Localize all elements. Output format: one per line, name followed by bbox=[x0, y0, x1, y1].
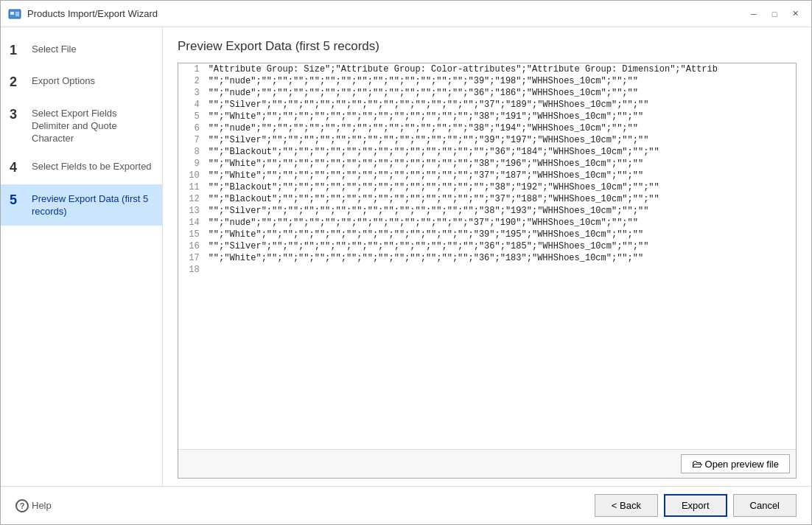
minimize-button[interactable]: ─ bbox=[745, 7, 763, 21]
line-content bbox=[206, 264, 796, 276]
line-number: 13 bbox=[178, 205, 206, 217]
line-content: "";"Blackout";"";"";"";"";"";"";"";"";""… bbox=[206, 146, 796, 158]
preview-line: 12"";"Blackout";"";"";"";"";"";"";"";"";… bbox=[178, 193, 796, 205]
line-content: "";"White";"";"";"";"";"";"";"";"";"";""… bbox=[206, 158, 796, 170]
export-button[interactable]: Export bbox=[664, 494, 727, 517]
sidebar-label-select-fields: Select Fields to be Exported bbox=[32, 159, 152, 173]
window-title: Products Import/Export Wizard bbox=[27, 8, 745, 19]
preview-line: 9"";"White";"";"";"";"";"";"";"";"";"";"… bbox=[178, 158, 796, 170]
preview-lines: 1"Attribute Group: Size";"Attribute Grou… bbox=[178, 63, 796, 276]
close-button[interactable]: ✕ bbox=[786, 7, 804, 21]
line-content: "";"nude";"";"";"";"";"";"";"";"";"";"";… bbox=[206, 217, 796, 229]
line-number: 2 bbox=[178, 75, 206, 87]
sidebar-label-preview: Preview Export Data (first 5 records) bbox=[32, 192, 153, 218]
sidebar-label-select-file: Select File bbox=[32, 42, 77, 56]
line-content: "";"nude";"";"";"";"";"";"";"";"";"";"";… bbox=[206, 87, 796, 99]
sidebar: 1 Select File 2 Export Options 3 Select … bbox=[1, 27, 163, 486]
main-content: 1 Select File 2 Export Options 3 Select … bbox=[1, 27, 811, 486]
preview-line: 17"";"White";"";"";"";"";"";"";"";"";"";… bbox=[178, 252, 796, 264]
preview-scroll-container[interactable]: 1"Attribute Group: Size";"Attribute Grou… bbox=[178, 63, 796, 449]
preview-line: 2"";"nude";"";"";"";"";"";"";"";"";"";""… bbox=[178, 75, 796, 87]
line-content: "";"Silver";"";"";"";"";"";"";"";"";"";"… bbox=[206, 99, 796, 111]
preview-footer: 🗁 Open preview file bbox=[178, 449, 796, 478]
cancel-button[interactable]: Cancel bbox=[733, 494, 797, 517]
line-content: "";"Blackout";"";"";"";"";"";"";"";"";""… bbox=[206, 193, 796, 205]
line-number: 16 bbox=[178, 240, 206, 252]
folder-icon: 🗁 bbox=[692, 458, 702, 470]
sidebar-item-select-file[interactable]: 1 Select File bbox=[1, 35, 162, 66]
open-preview-button[interactable]: 🗁 Open preview file bbox=[681, 454, 790, 473]
line-content: "";"nude";"";"";"";"";"";"";"";"";"";"";… bbox=[206, 122, 796, 134]
sidebar-label-delimiter: Select Export Fields Delimiter and Quote… bbox=[32, 106, 153, 145]
app-icon bbox=[8, 7, 21, 21]
sidebar-item-export-options[interactable]: 2 Export Options bbox=[1, 66, 162, 98]
maximize-button[interactable]: □ bbox=[766, 7, 783, 21]
line-number: 11 bbox=[178, 181, 206, 193]
sidebar-item-preview[interactable]: 5 Preview Export Data (first 5 records) bbox=[1, 184, 162, 226]
step-number-3: 3 bbox=[10, 106, 24, 123]
line-number: 10 bbox=[178, 170, 206, 181]
sidebar-label-export-options: Export Options bbox=[32, 74, 95, 88]
window-controls: ─ □ ✕ bbox=[745, 7, 804, 21]
preview-area: 1"Attribute Group: Size";"Attribute Grou… bbox=[178, 63, 797, 479]
line-number: 5 bbox=[178, 111, 206, 122]
preview-line: 16"";"Silver";"";"";"";"";"";"";"";"";""… bbox=[178, 240, 796, 252]
preview-line: 8"";"Blackout";"";"";"";"";"";"";"";"";"… bbox=[178, 146, 796, 158]
line-content: "";"White";"";"";"";"";"";"";"";"";"";""… bbox=[206, 252, 796, 264]
line-number: 15 bbox=[178, 229, 206, 240]
line-number: 14 bbox=[178, 217, 206, 229]
line-content: "";"Silver";"";"";"";"";"";"";"";"";"";"… bbox=[206, 240, 796, 252]
sidebar-item-select-fields[interactable]: 4 Select Fields to be Exported bbox=[1, 152, 162, 184]
line-number: 4 bbox=[178, 99, 206, 111]
line-number: 8 bbox=[178, 146, 206, 158]
step-number-4: 4 bbox=[10, 159, 24, 176]
preview-line: 13"";"Silver";"";"";"";"";"";"";"";"";""… bbox=[178, 205, 796, 217]
right-panel: Preview Export Data (first 5 records) 1"… bbox=[163, 27, 811, 486]
preview-line: 14"";"nude";"";"";"";"";"";"";"";"";"";"… bbox=[178, 217, 796, 229]
preview-line: 10"";"White";"";"";"";"";"";"";"";"";"";… bbox=[178, 170, 796, 181]
line-number: 3 bbox=[178, 87, 206, 99]
preview-line: 18 bbox=[178, 264, 796, 276]
sidebar-item-delimiter[interactable]: 3 Select Export Fields Delimiter and Quo… bbox=[1, 99, 162, 153]
line-content: "";"Blackout";"";"";"";"";"";"";"";"";""… bbox=[206, 181, 796, 193]
bottom-buttons: < Back Export Cancel bbox=[595, 494, 797, 517]
line-number: 6 bbox=[178, 122, 206, 134]
step-number-5: 5 bbox=[10, 192, 24, 209]
preview-line: 5"";"White";"";"";"";"";"";"";"";"";"";"… bbox=[178, 111, 796, 122]
step-number-2: 2 bbox=[10, 74, 24, 91]
line-number: 7 bbox=[178, 134, 206, 146]
line-number: 17 bbox=[178, 252, 206, 264]
preview-line: 6"";"nude";"";"";"";"";"";"";"";"";"";""… bbox=[178, 122, 796, 134]
preview-line: 1"Attribute Group: Size";"Attribute Grou… bbox=[178, 63, 796, 75]
line-number: 18 bbox=[178, 264, 206, 276]
line-content: "";"White";"";"";"";"";"";"";"";"";"";""… bbox=[206, 229, 796, 240]
back-button[interactable]: < Back bbox=[595, 494, 658, 517]
bottom-bar: ? Help < Back Export Cancel bbox=[1, 486, 811, 524]
line-content: "Attribute Group: Size";"Attribute Group… bbox=[206, 63, 796, 75]
line-content: "";"Silver";"";"";"";"";"";"";"";"";"";"… bbox=[206, 205, 796, 217]
line-number: 12 bbox=[178, 193, 206, 205]
title-bar: Products Import/Export Wizard ─ □ ✕ bbox=[1, 1, 811, 27]
line-content: "";"Silver";"";"";"";"";"";"";"";"";"";"… bbox=[206, 134, 796, 146]
main-window: Products Import/Export Wizard ─ □ ✕ 1 Se… bbox=[0, 0, 812, 525]
preview-line: 11"";"Blackout";"";"";"";"";"";"";"";"";… bbox=[178, 181, 796, 193]
help-label: Help bbox=[32, 500, 52, 511]
preview-line: 7"";"Silver";"";"";"";"";"";"";"";"";"";… bbox=[178, 134, 796, 146]
open-preview-label: Open preview file bbox=[705, 459, 779, 470]
help-icon: ? bbox=[15, 499, 29, 512]
line-content: "";"White";"";"";"";"";"";"";"";"";"";""… bbox=[206, 170, 796, 181]
panel-title: Preview Export Data (first 5 records) bbox=[178, 39, 797, 54]
step-number-1: 1 bbox=[10, 42, 24, 59]
help-link[interactable]: ? Help bbox=[15, 499, 52, 512]
preview-line: 15"";"White";"";"";"";"";"";"";"";"";"";… bbox=[178, 229, 796, 240]
line-number: 1 bbox=[178, 63, 206, 75]
line-content: "";"White";"";"";"";"";"";"";"";"";"";""… bbox=[206, 111, 796, 122]
preview-line: 4"";"Silver";"";"";"";"";"";"";"";"";"";… bbox=[178, 99, 796, 111]
svg-rect-1 bbox=[10, 12, 14, 15]
preview-line: 3"";"nude";"";"";"";"";"";"";"";"";"";""… bbox=[178, 87, 796, 99]
line-content: "";"nude";"";"";"";"";"";"";"";"";"";"";… bbox=[206, 75, 796, 87]
line-number: 9 bbox=[178, 158, 206, 170]
